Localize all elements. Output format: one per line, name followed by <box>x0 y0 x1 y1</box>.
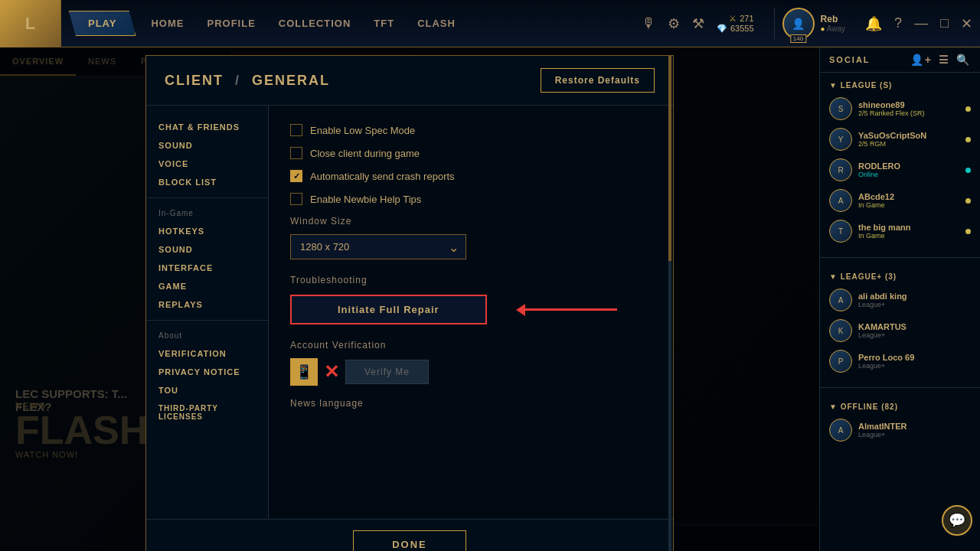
friend-item[interactable]: K KAMARTUS League+ <box>820 315 980 346</box>
friend-name: AlmatINTER <box>858 422 971 431</box>
sidebar-item-replays[interactable]: REPLAYS <box>146 295 268 314</box>
window-size-select[interactable]: 980 x 551 <box>290 234 466 259</box>
modal-header: CLIENT / GENERAL Restore Defaults <box>146 56 673 106</box>
friend-item[interactable]: T the big mann In Game <box>820 216 980 246</box>
verify-row: 📱 ✕ Verify Me <box>290 358 652 386</box>
be-value: 63555 <box>730 24 754 33</box>
status-dot <box>965 168 971 173</box>
friend-list-icon[interactable]: ☰ <box>939 54 950 66</box>
notifications-icon[interactable]: 🔔 <box>865 15 882 32</box>
nav-home[interactable]: HOME <box>151 15 184 32</box>
friend-info: KAMARTUS League+ <box>858 322 971 339</box>
social-search-icon[interactable]: 🔍 <box>956 54 971 66</box>
league-plus-section: ▼ LEAGUE+ (3) A ali abdi king League+ K … <box>820 264 980 381</box>
friend-info: YaSuOsCriptSoN 2/5 RGM <box>858 131 959 148</box>
crash-reports-checkbox[interactable] <box>290 170 302 182</box>
friend-item[interactable]: P Perro Loco 69 League+ <box>820 346 980 377</box>
nav-tft[interactable]: TFT <box>374 15 394 32</box>
friend-avatar: A <box>829 419 852 442</box>
friend-avatar: P <box>829 350 852 373</box>
sidebar-group-about: About <box>146 327 268 344</box>
sidebar-item-sound[interactable]: SOUND <box>146 136 268 155</box>
friend-item[interactable]: A AlmatINTER League+ <box>820 415 980 445</box>
nav-clash[interactable]: CLASH <box>417 15 456 32</box>
modal-overlay: CLIENT / GENERAL Restore Defaults CHAT &… <box>0 47 819 551</box>
offline-header[interactable]: ▼ OFFLINE (82) <box>820 399 980 415</box>
friend-name: shineone89 <box>858 100 959 109</box>
news-language-label: News language <box>290 398 652 409</box>
friend-name: YaSuOsCriptSoN <box>858 131 959 140</box>
friend-item[interactable]: A ali abdi king League+ <box>820 285 980 315</box>
verify-me-button[interactable]: Verify Me <box>345 360 429 384</box>
sidebar-item-sound-2[interactable]: SOUND <box>146 240 268 259</box>
low-spec-label: Enable Low Spec Mode <box>310 125 415 136</box>
verify-phone-icon: 📱 <box>290 358 318 386</box>
friend-info: shineone89 2/5 Ranked Flex (SR) <box>858 100 959 117</box>
initiate-full-repair-button[interactable]: Initiate Full Repair <box>290 295 487 324</box>
sidebar-item-tou[interactable]: TOU <box>146 381 268 399</box>
newbie-tips-checkbox[interactable] <box>290 193 302 205</box>
friend-avatar: T <box>829 220 852 243</box>
sidebar-item-game[interactable]: GAME <box>146 277 268 295</box>
nav-links: HOME PROFILE COLLECTION TFT CLASH <box>151 15 641 32</box>
scrollbar[interactable] <box>668 56 671 551</box>
be-icon: 💎 <box>717 24 727 34</box>
chat-icon[interactable]: 💬 <box>942 505 972 536</box>
sidebar-item-voice[interactable]: VOICE <box>146 155 268 173</box>
friend-item[interactable]: R RODLERO Online <box>820 155 980 185</box>
play-button[interactable]: PLAY <box>69 11 136 36</box>
profile-info: Reb ● Away <box>821 14 846 33</box>
sidebar-item-privacy[interactable]: PRIVACY NOTICE <box>146 363 268 381</box>
sidebar-divider <box>146 320 268 321</box>
divider <box>820 257 980 258</box>
nav-collection[interactable]: COLLECTION <box>279 15 351 32</box>
profile-section[interactable]: 👤 140 Reb ● Away <box>774 8 854 40</box>
social-actions: 👤+ ☰ 🔍 <box>910 54 971 66</box>
league-section-header[interactable]: ▼ LEAGUE (S) <box>820 77 980 93</box>
repair-container: Initiate Full Repair <box>290 295 487 324</box>
close-icon[interactable]: ✕ <box>961 15 972 32</box>
sidebar-divider <box>146 197 268 198</box>
sidebar-item-verification[interactable]: VERIFICATION <box>146 344 268 363</box>
done-button[interactable]: DONE <box>353 530 466 551</box>
setting-close-client: Close client during game <box>290 147 652 159</box>
friend-item[interactable]: S shineone89 2/5 Ranked Flex (SR) <box>820 93 980 124</box>
microphone-icon[interactable]: 🎙 <box>642 15 655 31</box>
league-plus-header[interactable]: ▼ LEAGUE+ (3) <box>820 269 980 285</box>
restore-defaults-button[interactable]: Restore Defaults <box>541 68 655 93</box>
nav-icons: 🎙 ⚙ ⚒ ⚔ 271 💎 63555 👤 140 Reb ● Away <box>642 8 972 40</box>
status-dot <box>965 229 971 234</box>
status-dot <box>965 137 971 142</box>
arrow-head-icon <box>516 304 525 316</box>
close-client-checkbox[interactable] <box>290 147 302 159</box>
friend-info: Perro Loco 69 League+ <box>858 353 971 370</box>
avatar: 👤 140 <box>782 8 815 40</box>
nav-profile[interactable]: PROFILE <box>207 15 255 32</box>
friend-info: RODLERO Online <box>858 161 959 178</box>
window-size-label: Window Size <box>290 216 652 227</box>
sidebar-item-chat-friends[interactable]: CHAT & FRIENDS <box>146 118 268 136</box>
maximize-icon[interactable]: □ <box>940 15 949 31</box>
right-panel: SOCIAL 👤+ ☰ 🔍 ▼ LEAGUE (S) S shineone89 … <box>819 47 980 551</box>
help-icon[interactable]: ? <box>894 15 902 31</box>
low-spec-checkbox[interactable] <box>290 124 302 136</box>
sidebar-item-hotkeys[interactable]: HOTKEYS <box>146 222 268 240</box>
sidebar-item-third-party[interactable]: THIRD-PARTY LICENSES <box>146 399 268 425</box>
minimize-icon[interactable]: — <box>914 15 928 31</box>
logo[interactable]: L <box>0 0 61 47</box>
arrow-line <box>525 308 617 311</box>
sidebar-item-block-list[interactable]: BLOCK LIST <box>146 173 268 191</box>
currency-display: ⚔ 271 💎 63555 <box>717 14 754 34</box>
friend-item[interactable]: Y YaSuOsCriptSoN 2/5 RGM <box>820 124 980 155</box>
setting-newbie-tips: Enable Newbie Help Tips <box>290 193 652 205</box>
friend-status: Online <box>858 171 959 178</box>
settings-icon[interactable]: ⚙ <box>668 15 680 32</box>
social-header: SOCIAL 👤+ ☰ 🔍 <box>820 47 980 73</box>
friend-status: In Game <box>858 201 959 209</box>
friend-name: ali abdi king <box>858 292 971 301</box>
sidebar-item-interface[interactable]: INTERFACE <box>146 259 268 277</box>
add-friend-button[interactable]: 👤+ <box>910 54 933 66</box>
friend-item[interactable]: A ABcde12 In Game <box>820 185 980 216</box>
tools-icon[interactable]: ⚒ <box>692 15 704 32</box>
setting-low-spec: Enable Low Spec Mode <box>290 124 652 136</box>
